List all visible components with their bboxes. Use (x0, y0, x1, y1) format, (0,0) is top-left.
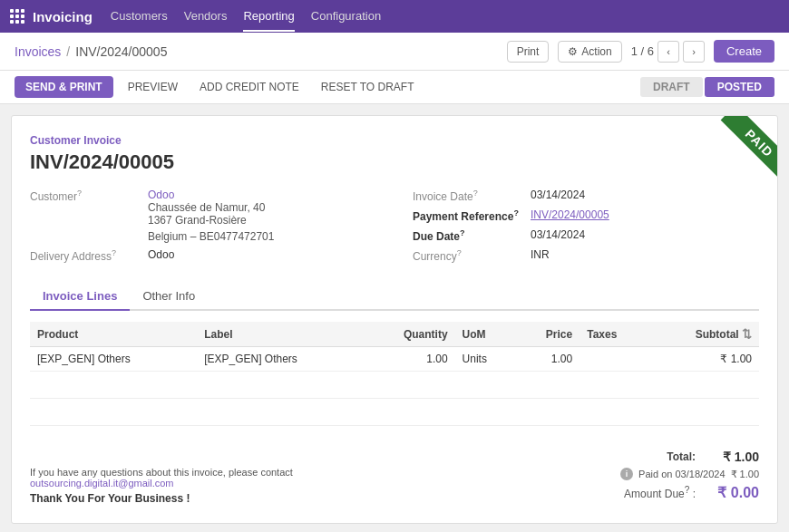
svg-rect-3 (10, 15, 14, 18)
posted-badge: POSTED (705, 77, 774, 97)
col-quantity: Quantity (364, 322, 454, 347)
payment-ref-field: Payment Reference? INV/2024/00005 (413, 208, 759, 223)
tab-other-info[interactable]: Other Info (130, 283, 208, 311)
nav-reporting[interactable]: Reporting (243, 2, 294, 32)
svg-rect-4 (15, 15, 19, 18)
currency-value: INR (531, 248, 550, 261)
breadcrumb-parent[interactable]: Invoices (15, 44, 61, 59)
cell-uom: Units (455, 347, 516, 372)
col-product: Product (30, 322, 197, 347)
breadcrumb-bar: Invoices / INV/2024/00005 Print ⚙ Action… (0, 33, 789, 71)
due-date-field: Due Date? 03/14/2024 (413, 228, 759, 243)
col-price: Price (516, 322, 580, 347)
apps-icon[interactable] (9, 8, 25, 24)
main-content: PAID Customer Invoice INV/2024/00005 Cus… (11, 115, 778, 524)
col-taxes: Taxes (580, 322, 648, 347)
invoice-date-field: Invoice Date? 03/14/2024 (413, 189, 759, 203)
doc-type: Customer Invoice (30, 134, 759, 147)
cell-price: 1.00 (516, 347, 580, 372)
customer-label: Customer? (30, 189, 148, 203)
action-button[interactable]: ⚙ Action (558, 41, 621, 63)
cell-quantity: 1.00 (364, 347, 454, 372)
currency-label: Currency? (413, 248, 531, 263)
due-date-value: 03/14/2024 (531, 228, 585, 241)
action-bar: SEND & PRINT PREVIEW ADD CREDIT NOTE RES… (0, 71, 789, 104)
empty-row (30, 372, 759, 399)
tab-invoice-lines[interactable]: Invoice Lines (30, 283, 130, 311)
svg-rect-5 (21, 15, 24, 18)
due-date-label: Due Date? (413, 228, 531, 243)
svg-rect-0 (10, 9, 14, 13)
fields-right: Invoice Date? 03/14/2024 Payment Referen… (413, 189, 759, 268)
footer-note: If you have any questions about this inv… (30, 467, 293, 505)
customer-field: Customer? Odoo Chaussée de Namur, 40 136… (30, 189, 376, 243)
adjust-icon: ⇅ (742, 327, 752, 341)
total-row: Total: ₹ 1.00 (541, 450, 759, 464)
amount-due-row: Amount Due? : ₹ 0.00 (541, 484, 759, 501)
invoice-table: Product Label Quantity UoM Price Taxes S… (30, 322, 759, 426)
cell-label: [EXP_GEN] Others (197, 347, 364, 372)
prev-button[interactable]: ‹ (658, 41, 679, 63)
delivery-label: Delivery Address? (30, 248, 148, 263)
table-row: [EXP_GEN] Others [EXP_GEN] Others 1.00 U… (30, 347, 759, 372)
amount-due-value: ₹ 0.00 (705, 484, 759, 501)
invoice-date-label: Invoice Date? (413, 189, 531, 203)
top-nav: Invoicing Customers Vendors Reporting Co… (0, 0, 789, 33)
add-credit-note-button[interactable]: ADD CREDIT NOTE (192, 76, 307, 98)
footer-email[interactable]: outsourcing.digital.it@gmail.com (30, 478, 293, 488)
table-header-row: Product Label Quantity UoM Price Taxes S… (30, 322, 759, 347)
invoice-footer: If you have any questions about this inv… (30, 440, 759, 505)
invoice-date-value: 03/14/2024 (531, 189, 585, 201)
print-button[interactable]: Print (507, 41, 550, 63)
draft-badge: DRAFT (640, 77, 703, 97)
pagination: 1 / 6 ‹ › (631, 41, 705, 63)
currency-field: Currency? INR (413, 248, 759, 263)
payment-ref-label: Payment Reference? (413, 208, 531, 223)
nav-customers[interactable]: Customers (111, 2, 168, 32)
footer-totals: Total: ₹ 1.00 i Paid on 03/18/2024 ₹ 1.0… (541, 450, 759, 505)
status-badges: DRAFT POSTED (640, 77, 774, 97)
breadcrumb-current: INV/2024/00005 (75, 44, 167, 59)
reset-to-draft-button[interactable]: RESET TO DRAFT (314, 76, 422, 98)
col-subtotal: Subtotal ⇅ (648, 322, 759, 347)
fields-left: Customer? Odoo Chaussée de Namur, 40 136… (30, 189, 376, 268)
nav-configuration[interactable]: Configuration (311, 2, 381, 32)
next-button[interactable]: › (683, 41, 705, 63)
total-value: ₹ 1.00 (705, 450, 759, 464)
delivery-value: Odoo (148, 248, 174, 261)
fields-section: Customer? Odoo Chaussée de Namur, 40 136… (30, 189, 759, 268)
delivery-field: Delivery Address? Odoo (30, 248, 376, 263)
svg-rect-8 (21, 20, 24, 24)
app-name: Invoicing (33, 9, 93, 24)
col-uom: UoM (455, 322, 516, 347)
nav-vendors[interactable]: Vendors (184, 2, 228, 32)
total-label: Total: (667, 450, 696, 463)
customer-address: Odoo Chaussée de Namur, 40 1367 Grand-Ro… (148, 189, 274, 243)
breadcrumb: Invoices / INV/2024/00005 (15, 44, 167, 59)
doc-title: INV/2024/00005 (30, 150, 759, 174)
send-print-button[interactable]: SEND & PRINT (15, 76, 113, 98)
breadcrumb-actions: Print ⚙ Action 1 / 6 ‹ › Create (507, 40, 774, 63)
create-button[interactable]: Create (714, 40, 774, 63)
payment-ref-value[interactable]: INV/2024/00005 (531, 208, 609, 221)
amount-due-label: Amount Due? : (624, 485, 696, 500)
col-label: Label (197, 322, 364, 347)
info-icon: i (620, 468, 633, 480)
nav-items: Customers Vendors Reporting Configuratio… (111, 2, 381, 32)
svg-rect-1 (15, 9, 19, 13)
gear-icon: ⚙ (568, 45, 578, 58)
svg-rect-2 (21, 9, 24, 13)
tabs: Invoice Lines Other Info (30, 283, 759, 311)
paid-info: i Paid on 03/18/2024 ₹ 1.00 (541, 468, 759, 480)
footer-thankyou: Thank You For Your Business ! (30, 492, 293, 505)
cell-subtotal: ₹ 1.00 (648, 347, 759, 372)
empty-row-2 (30, 399, 759, 426)
cell-product: [EXP_GEN] Others (30, 347, 197, 372)
preview-button[interactable]: PREVIEW (121, 76, 185, 98)
breadcrumb-separator: / (66, 44, 70, 59)
cell-taxes (580, 347, 648, 372)
svg-rect-6 (10, 20, 14, 24)
svg-rect-7 (15, 20, 19, 24)
